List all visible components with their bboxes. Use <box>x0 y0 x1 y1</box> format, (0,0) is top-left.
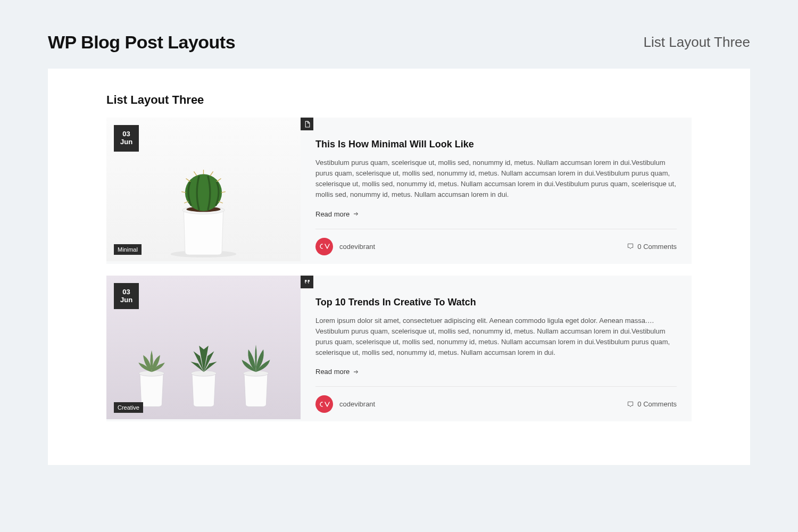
comment-icon <box>627 401 634 408</box>
post-thumbnail[interactable]: 03 Jun Creative <box>106 276 301 419</box>
post-excerpt: Vestibulum purus quam, scelerisque ut, m… <box>315 157 677 201</box>
author-name: codevibrant <box>339 243 375 251</box>
format-badge <box>301 276 313 288</box>
post-item: 03 Jun Minimal This Is How Minimal Will … <box>106 118 692 264</box>
arrow-right-icon <box>353 211 359 217</box>
category-badge[interactable]: Creative <box>114 402 143 413</box>
date-badge: 03 Jun <box>114 283 139 310</box>
date-day: 03 <box>120 130 132 138</box>
file-icon <box>304 121 311 128</box>
comments-count: 0 Comments <box>637 243 677 251</box>
comments-link[interactable]: 0 Comments <box>627 400 677 408</box>
svg-line-6 <box>210 171 213 176</box>
plant-icon <box>180 329 228 409</box>
read-more-label: Read more <box>315 368 350 376</box>
post-thumbnail[interactable]: 03 Jun Minimal <box>106 118 301 261</box>
avatar <box>315 395 333 413</box>
plant-icon <box>232 329 280 409</box>
comment-icon <box>627 243 634 250</box>
content-card: List Layout Three <box>48 69 750 465</box>
page-header: WP Blog Post Layouts List Layout Three <box>0 0 798 53</box>
date-day: 03 <box>120 288 132 296</box>
post-title[interactable]: Top 10 Trends In Creative To Watch <box>315 297 677 308</box>
arrow-right-icon <box>353 369 359 375</box>
svg-line-8 <box>217 179 221 182</box>
post-excerpt: Lorem ipsum dolor sit amet, consectetuer… <box>315 315 677 359</box>
block-title: List Layout Three <box>106 93 692 107</box>
post-title[interactable]: This Is How Minimal Will Look Like <box>315 139 677 150</box>
comments-link[interactable]: 0 Comments <box>627 243 677 251</box>
logo-icon <box>319 401 330 408</box>
plant-icon <box>160 142 247 261</box>
author[interactable]: codevibrant <box>315 238 375 255</box>
author[interactable]: codevibrant <box>315 395 375 413</box>
svg-line-5 <box>194 171 197 176</box>
read-more-label: Read more <box>315 210 350 218</box>
read-more-link[interactable]: Read more <box>315 368 359 376</box>
date-month: Jun <box>120 296 132 304</box>
svg-line-7 <box>186 179 190 182</box>
page-title: WP Blog Post Layouts <box>48 32 235 53</box>
date-month: Jun <box>120 138 132 146</box>
read-more-link[interactable]: Read more <box>315 210 359 218</box>
post-footer: codevibrant 0 Comments <box>315 229 677 255</box>
post-body: This Is How Minimal Will Look Like Vesti… <box>301 118 692 264</box>
author-name: codevibrant <box>339 400 375 408</box>
avatar <box>315 238 333 255</box>
quote-icon <box>304 278 311 285</box>
post-body: Top 10 Trends In Creative To Watch Lorem… <box>301 276 692 422</box>
breadcrumb: List Layout Three <box>644 34 750 51</box>
post-item: 03 Jun Creative Top 10 Trends In Creativ… <box>106 276 692 422</box>
post-footer: codevibrant 0 Comments <box>315 386 677 413</box>
plant-icon <box>128 329 176 409</box>
date-badge: 03 Jun <box>114 125 139 152</box>
comments-count: 0 Comments <box>637 400 677 408</box>
format-badge <box>301 118 313 130</box>
category-badge[interactable]: Minimal <box>114 244 142 255</box>
logo-icon <box>319 243 330 250</box>
